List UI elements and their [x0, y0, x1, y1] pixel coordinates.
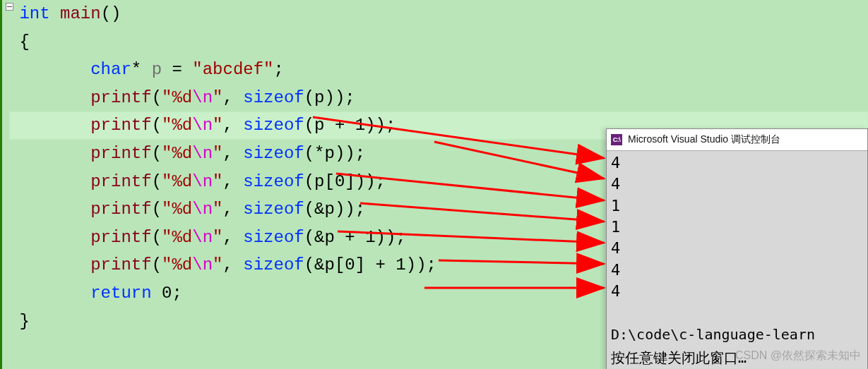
str-fmt: "%d: [162, 88, 192, 107]
indent: [9, 228, 90, 247]
fn-printf: printf: [90, 116, 151, 135]
args: (*p));: [304, 144, 365, 163]
str-fmt: "%d: [162, 172, 192, 191]
star: *: [131, 60, 152, 79]
escape: \n: [192, 228, 213, 247]
code-line-3: char* p = "abcdef";: [9, 56, 868, 84]
str-fmt: "%d: [162, 255, 192, 274]
keyword-return: return: [90, 284, 151, 303]
comma: ,: [222, 255, 243, 274]
fn-printf: printf: [90, 144, 151, 163]
console-output-line: 4: [611, 238, 863, 259]
args: (&p));: [304, 200, 365, 219]
str-end: ": [213, 116, 222, 135]
keyword-sizeof: sizeof: [243, 88, 304, 107]
fn-printf: printf: [90, 88, 151, 107]
paren: (: [152, 116, 162, 135]
console-output-line: 1: [611, 217, 863, 238]
str-fmt: "%d: [162, 116, 192, 135]
console-output-line: 4: [611, 260, 863, 281]
indent: [9, 88, 90, 107]
fn-printf: printf: [90, 172, 151, 191]
indent: [9, 60, 90, 79]
paren: (: [152, 144, 162, 163]
fn-printf: printf: [90, 228, 151, 247]
comma: ,: [222, 172, 243, 191]
semicolon: ;: [273, 60, 283, 79]
comma: ,: [222, 88, 243, 107]
string-abcdef: "abcdef": [192, 60, 273, 79]
str-end: ": [213, 200, 222, 219]
str-end: ": [213, 88, 222, 107]
code-line-4: printf("%d\n", sizeof(p));: [9, 84, 868, 112]
escape: \n: [192, 255, 213, 274]
keyword-sizeof: sizeof: [243, 228, 304, 247]
console-body: 4411444: [607, 151, 867, 304]
parens: (): [101, 4, 121, 23]
args: (&p + 1));: [304, 228, 406, 247]
vs-console-icon: C:\: [611, 134, 622, 145]
brace-open: {: [19, 32, 29, 52]
comma: ,: [222, 228, 243, 247]
str-fmt: "%d: [162, 228, 192, 247]
keyword-sizeof: sizeof: [243, 255, 304, 274]
var-p: p: [152, 60, 162, 79]
fn-main: main: [50, 4, 101, 23]
fn-printf: printf: [90, 255, 151, 274]
console-path: D:\code\c-language-learn: [611, 323, 863, 346]
escape: \n: [192, 88, 213, 107]
str-end: ": [213, 228, 222, 247]
keyword-char: char: [90, 60, 131, 79]
keyword-sizeof: sizeof: [243, 116, 304, 135]
code-line-1: int main(): [9, 0, 868, 28]
console-output-line: 4: [611, 152, 863, 174]
console-output-line: 4: [611, 281, 863, 302]
console-title: Microsoft Visual Studio 调试控制台: [628, 131, 780, 147]
keyword-sizeof: sizeof: [243, 200, 304, 219]
escape: \n: [192, 172, 213, 191]
comma: ,: [222, 144, 243, 163]
escape: \n: [192, 116, 213, 135]
str-fmt: "%d: [162, 200, 192, 219]
code-line-2: {: [9, 28, 868, 56]
console-output-line: 4: [611, 174, 863, 195]
escape: \n: [192, 144, 213, 163]
keyword-int: int: [19, 4, 49, 23]
console-titlebar[interactable]: C:\ Microsoft Visual Studio 调试控制台: [607, 129, 867, 151]
keyword-sizeof: sizeof: [243, 144, 304, 163]
paren: (: [152, 88, 162, 107]
args: (&p[0] + 1));: [304, 255, 436, 274]
fold-icon[interactable]: [4, 2, 14, 11]
screenshot-stage: int main() { char* p = "abcdef"; printf(…: [0, 0, 868, 369]
fn-printf: printf: [90, 200, 151, 219]
comma: ,: [222, 200, 243, 219]
args: (p));: [304, 88, 355, 107]
console-window[interactable]: C:\ Microsoft Visual Studio 调试控制台 441144…: [606, 128, 868, 369]
paren: (: [152, 200, 162, 219]
return-val: 0;: [152, 284, 182, 303]
args: (p[0]));: [304, 172, 386, 191]
brace-close: }: [19, 312, 29, 331]
str-fmt: "%d: [162, 144, 192, 163]
paren: (: [152, 228, 162, 247]
str-end: ": [213, 144, 222, 163]
equals: =: [162, 60, 192, 79]
escape: \n: [192, 200, 213, 219]
indent: [9, 116, 90, 135]
indent: [9, 284, 90, 303]
str-end: ": [213, 172, 222, 191]
comma: ,: [222, 116, 243, 135]
str-end: ": [213, 255, 222, 274]
keyword-sizeof: sizeof: [243, 172, 304, 191]
console-press-any-key: 按任意键关闭此窗口…: [611, 346, 863, 369]
indent: [9, 144, 90, 163]
indent: [9, 255, 90, 274]
console-output-line: 1: [611, 195, 863, 217]
indent: [9, 200, 90, 219]
console-footer: D:\code\c-language-learn 按任意键关闭此窗口…: [611, 323, 863, 369]
indent: [9, 172, 90, 191]
args: (p + 1));: [304, 116, 396, 135]
paren: (: [152, 172, 162, 191]
paren: (: [152, 255, 162, 274]
